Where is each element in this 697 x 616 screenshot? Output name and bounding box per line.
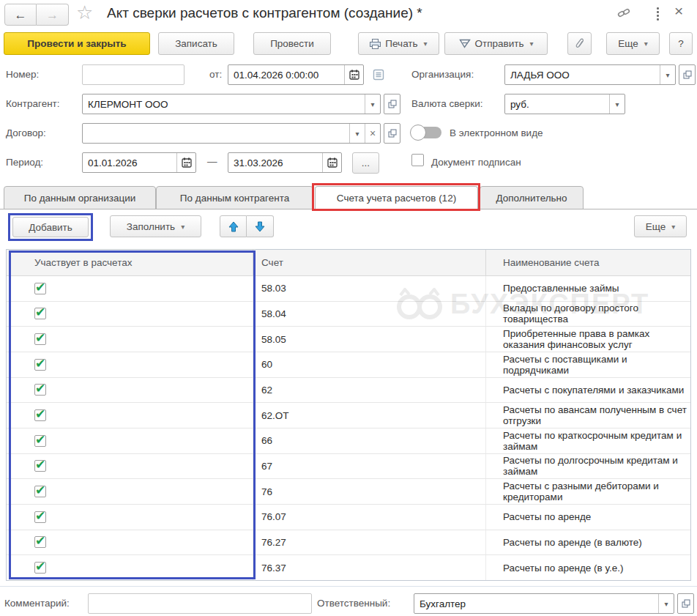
- fill-button[interactable]: Заполнить ▾: [110, 215, 201, 237]
- checkbox-checked[interactable]: ✔: [34, 409, 46, 421]
- chevron-down-icon[interactable]: ▾: [349, 124, 365, 143]
- cell-account-code[interactable]: 62: [253, 378, 486, 403]
- forward-button[interactable]: →: [37, 4, 69, 26]
- table-more-button[interactable]: Еще ▾: [634, 215, 687, 237]
- period-from-input[interactable]: 01.01.2026: [82, 152, 196, 173]
- cell-account-code[interactable]: 62.ОТ: [253, 403, 486, 428]
- period-to-input[interactable]: 31.03.2026: [228, 152, 342, 173]
- send-button[interactable]: Отправить ▾: [444, 32, 548, 55]
- cell-participates[interactable]: ✔: [7, 454, 253, 479]
- comment-input[interactable]: [88, 593, 312, 614]
- tab-additional[interactable]: Дополнительно: [480, 186, 584, 209]
- toolbar-more-button[interactable]: Еще ▾: [606, 32, 660, 55]
- table-row[interactable]: ✔67Расчеты по долгосрочным кредитам и за…: [7, 454, 690, 480]
- contract-input[interactable]: ▾ ×: [82, 123, 381, 144]
- cell-account-name[interactable]: Расчеты по аренде: [486, 505, 690, 530]
- cell-participates[interactable]: ✔: [7, 479, 253, 504]
- cell-participates[interactable]: ✔: [7, 555, 253, 580]
- cell-participates[interactable]: ✔: [7, 403, 253, 428]
- chevron-down-icon[interactable]: ▾: [609, 94, 625, 114]
- chevron-down-icon[interactable]: ▾: [660, 65, 675, 84]
- tab-by-organization-data[interactable]: По данным организации: [4, 186, 156, 209]
- back-button[interactable]: ←: [4, 4, 37, 26]
- table-row[interactable]: ✔62.ОТРасчеты по авансам полученным в сч…: [7, 403, 690, 428]
- cell-account-name[interactable]: Приобретенные права в рамках оказания фи…: [486, 327, 690, 352]
- move-row-up-button[interactable]: [220, 215, 247, 237]
- checkbox-checked[interactable]: ✔: [34, 435, 46, 447]
- counterparty-input[interactable]: КЛЕРМОНТ ООО ▾: [82, 94, 381, 114]
- table-row[interactable]: ✔60Расчеты с поставщиками и подрядчиками: [7, 352, 690, 378]
- cell-account-name[interactable]: Расчеты по долгосрочным кредитам и займа…: [486, 454, 690, 479]
- cell-participates[interactable]: ✔: [7, 378, 253, 403]
- tab-settlement-accounts[interactable]: Счета учета расчетов (12): [315, 186, 478, 210]
- write-button[interactable]: Записать: [158, 32, 234, 55]
- cell-participates[interactable]: ✔: [7, 276, 253, 301]
- currency-input[interactable]: руб. ▾: [504, 94, 625, 114]
- organization-input[interactable]: ЛАДЬЯ ООО ▾: [504, 64, 676, 85]
- tab-by-counterparty-data[interactable]: По данным контрагента: [156, 186, 313, 209]
- counterparty-choose-button[interactable]: [384, 94, 400, 114]
- electronic-toggle[interactable]: [410, 125, 444, 141]
- table-row[interactable]: ✔76Расчеты с разными дебиторами и кредит…: [7, 479, 690, 505]
- period-select-button[interactable]: ...: [352, 152, 379, 174]
- responsible-choose-button[interactable]: [677, 593, 694, 614]
- chevron-down-icon[interactable]: ▾: [658, 594, 674, 613]
- number-input[interactable]: [82, 64, 184, 85]
- cell-account-name[interactable]: Расчеты с покупателями и заказчиками: [486, 378, 690, 403]
- cell-participates[interactable]: ✔: [7, 352, 253, 377]
- cell-participates[interactable]: ✔: [7, 302, 253, 327]
- responsible-input[interactable]: Бухгалтер ▾: [414, 593, 674, 614]
- get-link-icon[interactable]: [616, 7, 631, 20]
- help-button[interactable]: ?: [669, 32, 693, 55]
- cell-account-name[interactable]: Расчеты с поставщиками и подрядчиками: [486, 352, 690, 377]
- more-menu-kebab-icon[interactable]: [657, 7, 659, 21]
- print-button[interactable]: Печать ▾: [358, 32, 439, 55]
- post-button[interactable]: Провести: [253, 32, 331, 55]
- history-icon[interactable]: [372, 68, 385, 81]
- cell-account-name[interactable]: Расчеты по авансам полученным в счет отг…: [486, 403, 690, 428]
- table-row[interactable]: ✔76.07Расчеты по аренде: [7, 505, 690, 530]
- cell-account-code[interactable]: 58.05: [253, 327, 486, 352]
- column-header-account[interactable]: Счет: [253, 250, 486, 275]
- checkbox-checked[interactable]: ✔: [34, 283, 46, 294]
- organization-choose-button[interactable]: [679, 64, 696, 85]
- cell-account-code[interactable]: 66: [253, 428, 486, 453]
- move-row-down-button[interactable]: [247, 215, 274, 237]
- cell-account-code[interactable]: 76: [253, 479, 486, 504]
- calendar-icon[interactable]: [176, 153, 195, 172]
- cell-account-code[interactable]: 60: [253, 352, 486, 377]
- table-row[interactable]: ✔76.27Расчеты по аренде (в валюте): [7, 530, 690, 556]
- cell-account-code[interactable]: 67: [253, 454, 486, 479]
- table-row[interactable]: ✔76.37Расчеты по аренде (в у.е.): [7, 555, 690, 581]
- cell-account-code[interactable]: 76.27: [253, 530, 486, 555]
- chevron-down-icon[interactable]: ▾: [365, 94, 380, 114]
- table-row[interactable]: ✔66Расчеты по краткосрочным кредитам и з…: [7, 428, 690, 454]
- checkbox-checked[interactable]: ✔: [34, 333, 46, 345]
- checkbox-checked[interactable]: ✔: [34, 384, 46, 396]
- cell-participates[interactable]: ✔: [7, 530, 253, 555]
- calendar-icon[interactable]: [322, 153, 341, 172]
- favorite-star-icon[interactable]: ☆: [76, 1, 93, 24]
- checkbox-checked[interactable]: ✔: [34, 359, 46, 371]
- checkbox-checked[interactable]: ✔: [34, 308, 46, 319]
- table-row[interactable]: ✔58.05Приобретенные права в рамках оказа…: [7, 327, 690, 352]
- cell-account-name[interactable]: Расчеты по краткосрочным кредитам и займ…: [486, 428, 690, 453]
- cell-participates[interactable]: ✔: [7, 327, 253, 352]
- checkbox-checked[interactable]: ✔: [34, 511, 46, 523]
- cell-account-name[interactable]: Расчеты по аренде (в у.е.): [486, 555, 690, 580]
- cell-account-name[interactable]: Расчеты с разными дебиторами и кредитора…: [486, 479, 690, 504]
- clear-icon[interactable]: ×: [365, 124, 380, 143]
- calendar-icon[interactable]: [344, 65, 363, 84]
- column-header-participates[interactable]: Участвует в расчетах: [7, 250, 253, 275]
- document-date-input[interactable]: 01.04.2026 0:00:00: [228, 64, 364, 85]
- checkbox-checked[interactable]: ✔: [34, 536, 46, 548]
- cell-account-code[interactable]: 76.07: [253, 505, 486, 530]
- post-and-close-button[interactable]: Провести и закрыть: [4, 32, 150, 55]
- cell-account-code[interactable]: 76.37: [253, 555, 486, 580]
- close-icon[interactable]: ×: [674, 2, 683, 20]
- add-row-button[interactable]: Добавить: [12, 217, 89, 237]
- attachments-button[interactable]: [567, 32, 592, 55]
- table-row[interactable]: ✔62Расчеты с покупателями и заказчиками: [7, 378, 690, 404]
- document-signed-checkbox[interactable]: [411, 154, 424, 166]
- cell-participates[interactable]: ✔: [7, 505, 253, 530]
